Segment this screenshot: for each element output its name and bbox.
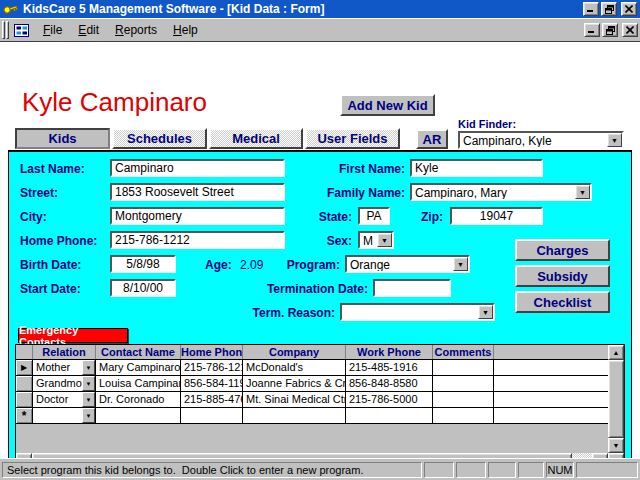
relation-cell[interactable]: Mother ▼ [33, 360, 96, 375]
contact-name-cell[interactable]: Mary Campinaro [96, 360, 181, 375]
home-phone-cell[interactable] [181, 408, 243, 423]
contact-name-cell[interactable]: Dr. Coronado [96, 392, 181, 407]
column-header-company[interactable]: Company [243, 345, 346, 359]
dropdown-button[interactable]: ▼ [478, 305, 493, 319]
first-name-label: First Name: [310, 162, 405, 176]
chevron-down-icon: ▼ [482, 309, 489, 316]
menu-item-edit[interactable]: Edit [70, 20, 107, 40]
family-name-dropdown[interactable]: Campinaro, Mary ▼ [410, 183, 592, 201]
company-cell[interactable] [243, 408, 346, 423]
termination-date-field[interactable] [373, 279, 451, 297]
column-header-contact-name[interactable]: Contact Name [96, 345, 181, 359]
zip-label: Zip: [398, 210, 443, 224]
sex-dropdown[interactable]: M ▼ [358, 231, 394, 249]
status-panel [518, 462, 544, 478]
dropdown-button[interactable]: ▼ [82, 392, 95, 407]
ar-button[interactable]: AR [416, 129, 448, 149]
checklist-button[interactable]: Checklist [515, 291, 610, 313]
program-value: Orange [347, 257, 453, 271]
company-cell[interactable]: McDonald's [243, 360, 346, 375]
tab-user-fields[interactable]: User Fields [305, 128, 400, 149]
work-phone-cell[interactable] [346, 408, 433, 423]
work-phone-cell[interactable]: 215-485-1916 [346, 360, 433, 375]
home-phone-cell[interactable]: 215-786-1212 [181, 360, 243, 375]
toolbar-grip[interactable] [2, 21, 5, 39]
grid-header-selector [16, 345, 33, 359]
relation-cell[interactable]: ▼ [33, 408, 96, 423]
subsidy-button[interactable]: Subsidy [515, 265, 610, 287]
menu-item-help[interactable]: Help [165, 20, 206, 40]
chevron-down-icon: ▼ [86, 397, 92, 403]
scroll-up-button[interactable]: ▲ [608, 345, 624, 360]
record-selector-cell[interactable]: ▶ [16, 360, 33, 375]
dropdown-button[interactable]: ▼ [453, 257, 468, 271]
new-record-selector-cell[interactable]: * [16, 408, 33, 423]
child-minimize-button[interactable] [584, 23, 600, 37]
company-cell[interactable]: Mt. Sinai Medical Ctr. [243, 392, 346, 407]
comments-cell[interactable] [433, 360, 494, 375]
work-phone-cell[interactable]: 215-786-5000 [346, 392, 433, 407]
restore-button[interactable] [601, 2, 617, 16]
menu-item-reports[interactable]: Reports [107, 20, 165, 40]
application-window: KidsCare 5 Management Software - [Kid Da… [0, 0, 640, 480]
chevron-down-icon: ▼ [611, 137, 618, 144]
record-selector-cell[interactable] [16, 376, 33, 391]
column-header-work-phone[interactable]: Work Phone [346, 345, 433, 359]
form-icon[interactable] [14, 24, 29, 37]
contact-name-cell[interactable]: Louisa Campinaro [96, 376, 181, 391]
window-title: KidsCare 5 Management Software - [Kid Da… [23, 2, 581, 16]
last-name-label: Last Name: [20, 162, 85, 176]
record-selector-cell[interactable] [16, 392, 33, 407]
chevron-down-icon[interactable]: ▼ [377, 233, 392, 247]
start-date-field[interactable] [110, 279, 176, 297]
sex-label: Sex: [300, 234, 352, 248]
contact-name-cell[interactable] [96, 408, 181, 423]
scroll-down-button[interactable]: ▼ [608, 438, 624, 453]
toolbar-grip[interactable] [6, 21, 9, 39]
company-cell[interactable]: Joanne Fabrics & Crafts [243, 376, 346, 391]
work-phone-cell[interactable]: 856-848-8580 [346, 376, 433, 391]
menu-bar: File Edit Reports Help [0, 18, 640, 42]
last-name-field[interactable] [110, 159, 285, 177]
charges-button[interactable]: Charges [515, 239, 610, 261]
birth-date-field[interactable] [110, 255, 176, 273]
emergency-contacts-title: Emergency Contacts [18, 328, 128, 343]
dropdown-button[interactable]: ▼ [607, 133, 622, 147]
first-name-field[interactable] [410, 159, 543, 177]
kid-finder-dropdown[interactable]: Campinaro, Kyle ▼ [458, 131, 624, 149]
home-phone-cell[interactable]: 215-885-4763 [181, 392, 243, 407]
column-header-comments[interactable]: Comments [433, 345, 494, 359]
child-close-button[interactable] [622, 23, 638, 37]
dropdown-button[interactable]: ▼ [82, 408, 95, 423]
program-dropdown[interactable]: Orange ▼ [345, 255, 470, 273]
vertical-scrollbar-thumb[interactable] [608, 360, 624, 438]
child-restore-button[interactable] [602, 23, 618, 37]
column-header-home-phone[interactable]: Home Phone [181, 345, 243, 359]
relation-cell[interactable]: Doctor ▼ [33, 392, 96, 407]
city-field[interactable] [110, 207, 285, 225]
relation-cell[interactable]: Grandmothe ▼ [33, 376, 96, 391]
state-field[interactable] [358, 207, 390, 225]
chevron-down-icon: ▼ [86, 365, 92, 371]
zip-field[interactable] [450, 207, 543, 225]
age-label: Age: [205, 258, 232, 272]
dropdown-button[interactable]: ▼ [82, 360, 95, 375]
home-phone-cell[interactable]: 856-584-1192 [181, 376, 243, 391]
tab-medical[interactable]: Medical [209, 128, 303, 149]
dropdown-button[interactable]: ▼ [575, 185, 590, 199]
street-field[interactable] [110, 183, 285, 201]
menu-item-file[interactable]: File [35, 20, 70, 40]
term-reason-dropdown[interactable]: ▼ [340, 303, 495, 321]
street-label: Street: [20, 186, 58, 200]
add-new-kid-button[interactable]: Add New Kid [340, 94, 435, 116]
home-phone-field[interactable] [110, 231, 285, 249]
tab-schedules[interactable]: Schedules [112, 128, 207, 149]
dropdown-button[interactable]: ▼ [82, 376, 95, 391]
column-header-relation[interactable]: Relation [33, 345, 96, 359]
close-button[interactable] [621, 2, 637, 16]
minimize-button[interactable] [583, 2, 599, 16]
comments-cell[interactable] [433, 392, 494, 407]
tab-kids[interactable]: Kids [15, 128, 110, 149]
comments-cell[interactable] [433, 408, 494, 423]
comments-cell[interactable] [433, 376, 494, 391]
